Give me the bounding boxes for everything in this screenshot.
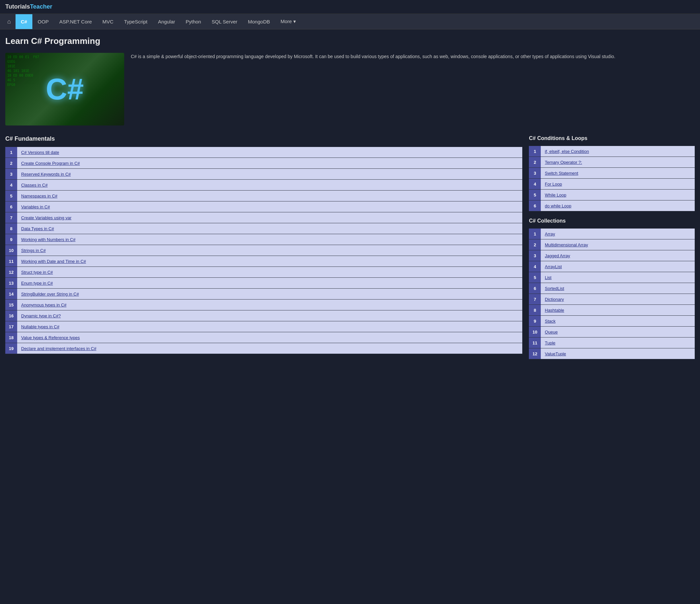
- main-columns: C# Fundamentals 1 C# Versions till date …: [5, 135, 695, 366]
- item-link[interactable]: ValueTuple: [545, 351, 566, 356]
- collections-table: 1 Array 2 Multidimensional Array 3 Jagge…: [529, 228, 695, 359]
- item-number: 8: [5, 223, 17, 234]
- item-link[interactable]: Array: [545, 231, 555, 236]
- item-link[interactable]: Classes in C#: [21, 183, 48, 187]
- nav-sqlserver[interactable]: SQL Server: [206, 14, 243, 29]
- nav-aspnet[interactable]: ASP.NET Core: [54, 14, 97, 29]
- nav-typescript[interactable]: TypeScript: [119, 14, 153, 29]
- list-item: 7 Dictionary: [529, 294, 695, 305]
- item-link[interactable]: Enum type in C#: [21, 281, 53, 286]
- nav-angular[interactable]: Angular: [153, 14, 180, 29]
- item-link[interactable]: Struct type in C#: [21, 270, 53, 275]
- nav-mongodb[interactable]: MongoDB: [243, 14, 276, 29]
- item-link[interactable]: Hashtable: [545, 308, 564, 313]
- item-link[interactable]: Switch Statement: [545, 171, 578, 176]
- list-item: 6 Variables in C#: [5, 201, 522, 212]
- item-link[interactable]: StringBuilder over String in C#: [21, 292, 79, 297]
- list-item: 6 SortedList: [529, 283, 695, 294]
- item-link[interactable]: Queue: [545, 330, 558, 334]
- csharp-symbol: C#: [46, 72, 83, 106]
- item-link[interactable]: Create Variables using var: [21, 215, 71, 220]
- nav-oop[interactable]: OOP: [32, 14, 54, 29]
- item-link[interactable]: Multidimensional Array: [545, 243, 588, 247]
- item-link[interactable]: Working with Date and Time in C#: [21, 259, 86, 264]
- item-link[interactable]: Namespaces in C#: [21, 194, 57, 199]
- item-link-cell: Value types & Reference types: [17, 332, 522, 343]
- item-link[interactable]: Declare and implement interfaces in C#: [21, 346, 97, 351]
- intro-text: C# is a simple & powerful object-oriente…: [131, 53, 695, 125]
- item-link-cell: Working with Numbers in C#: [17, 234, 522, 245]
- item-link[interactable]: Dynamic type in C#?: [21, 313, 61, 318]
- list-item: 11 Working with Date and Time in C#: [5, 256, 522, 267]
- item-link[interactable]: Create Console Program in C#: [21, 161, 80, 166]
- nav-home[interactable]: ⌂: [3, 14, 16, 29]
- item-link[interactable]: For Loop: [545, 182, 562, 186]
- item-number: 6: [529, 283, 541, 294]
- nav-csharp[interactable]: C#: [16, 14, 32, 29]
- nav-more[interactable]: More ▾: [275, 14, 301, 29]
- list-item: 13 Enum type in C#: [5, 278, 522, 288]
- item-link-cell: Declare and implement interfaces in C#: [17, 343, 522, 354]
- list-item: 2 Ternary Operator ?:: [529, 157, 695, 168]
- item-link[interactable]: SortedList: [545, 286, 564, 291]
- nav-python[interactable]: Python: [180, 14, 206, 29]
- item-link[interactable]: if, elseif, else Condition: [545, 149, 589, 154]
- list-item: 16 Dynamic type in C#?: [5, 310, 522, 321]
- item-link[interactable]: Tuple: [545, 341, 555, 346]
- item-link[interactable]: Strings in C#: [21, 248, 46, 253]
- item-number: 9: [529, 316, 541, 327]
- conditions-header: C# Conditions & Loops: [529, 135, 695, 143]
- item-link-cell: Reserved Keywords in C#: [17, 169, 522, 180]
- item-link[interactable]: ArrayList: [545, 264, 561, 269]
- item-link-cell: Strings in C#: [17, 245, 522, 256]
- nav-mvc[interactable]: MVC: [97, 14, 119, 29]
- list-item: 3 Jagged Array: [529, 250, 695, 261]
- item-link[interactable]: Value types & Reference types: [21, 335, 80, 340]
- fundamentals-table: 1 C# Versions till date 2 Create Console…: [5, 147, 522, 354]
- item-link[interactable]: Reserved Keywords in C#: [21, 172, 71, 177]
- item-number: 7: [529, 294, 541, 305]
- item-link[interactable]: List: [545, 275, 551, 280]
- item-number: 15: [5, 300, 17, 310]
- item-link-cell: List: [541, 272, 695, 283]
- list-item: 17 Nullable types in C#: [5, 321, 522, 332]
- list-item: 18 Value types & Reference types: [5, 332, 522, 343]
- item-link[interactable]: do while Loop: [545, 203, 571, 208]
- list-item: 5 Namespaces in C#: [5, 191, 522, 201]
- item-link[interactable]: Variables in C#: [21, 204, 50, 209]
- item-link[interactable]: Data Types in C#: [21, 226, 54, 231]
- item-link[interactable]: Ternary Operator ?:: [545, 160, 582, 165]
- item-link[interactable]: Dictionary: [545, 297, 564, 302]
- item-link[interactable]: Nullable types in C#: [21, 324, 59, 329]
- logo-bar: TutorialsTeacher: [0, 0, 700, 14]
- item-number: 14: [5, 288, 17, 300]
- conditions-table: 1 if, elseif, else Condition 2 Ternary O…: [529, 146, 695, 211]
- item-number: 3: [529, 250, 541, 261]
- list-item: 9 Stack: [529, 316, 695, 327]
- item-number: 10: [5, 245, 17, 256]
- list-item: 1 C# Versions till date: [5, 147, 522, 158]
- list-item: 12 Struct type in C#: [5, 267, 522, 278]
- item-link[interactable]: Anonymous types in C#: [21, 302, 67, 307]
- item-link[interactable]: Jagged Array: [545, 253, 570, 258]
- item-link[interactable]: While Loop: [545, 193, 566, 198]
- item-number: 16: [5, 310, 17, 321]
- item-link[interactable]: Working with Numbers in C#: [21, 237, 75, 242]
- item-link-cell: Nullable types in C#: [17, 321, 522, 332]
- item-link-cell: Enum type in C#: [17, 278, 522, 288]
- item-link-cell: For Loop: [541, 179, 695, 190]
- item-link[interactable]: C# Versions till date: [21, 150, 59, 155]
- item-link[interactable]: Stack: [545, 319, 556, 324]
- main-nav: ⌂ C# OOP ASP.NET Core MVC TypeScript Ang…: [0, 14, 700, 29]
- item-number: 5: [529, 272, 541, 283]
- item-number: 2: [529, 157, 541, 168]
- list-item: 14 StringBuilder over String in C#: [5, 288, 522, 300]
- item-number: 3: [5, 169, 17, 180]
- item-link-cell: Array: [541, 228, 695, 240]
- item-number: 18: [5, 332, 17, 343]
- item-link-cell: Stack: [541, 316, 695, 327]
- item-link-cell: Multidimensional Array: [541, 240, 695, 250]
- list-item: 19 Declare and implement interfaces in C…: [5, 343, 522, 354]
- item-link-cell: Create Variables using var: [17, 212, 522, 223]
- item-number: 17: [5, 321, 17, 332]
